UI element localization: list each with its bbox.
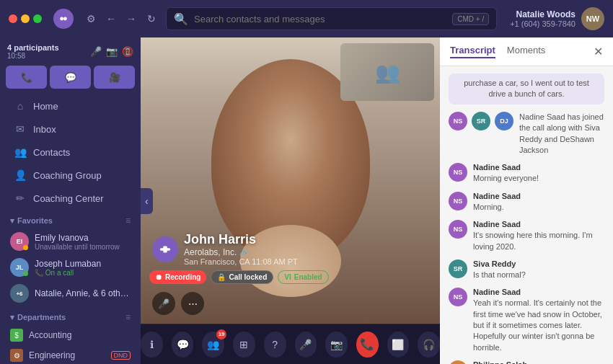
top-bar: ⚙ ← → ↻ 🔍 CMD + / Natalie Woods +1 (604)…	[0, 0, 613, 37]
msg-3-text: Morning.	[473, 202, 604, 213]
forward-icon[interactable]: →	[124, 13, 138, 25]
favorite-emily[interactable]: EI Emily Ivanova Unavailable until tomor…	[0, 228, 141, 254]
caller-location: San Francisco, CA 11:08 AM PT	[184, 257, 298, 266]
refresh-icon[interactable]: ↻	[144, 13, 159, 25]
enabled-badge: VI Enabled	[278, 270, 328, 284]
video-toggle-button[interactable]: 📷	[325, 332, 348, 358]
settings-icon[interactable]: ⚙	[84, 13, 98, 25]
favorites-action-icon[interactable]: ≡	[125, 216, 131, 226]
ns-avatar-5: NS	[449, 288, 467, 306]
msg-4-text: It's snowing here this morning. I'm lovi…	[473, 230, 604, 252]
locked-badge: 🔒 Call locked	[211, 270, 273, 284]
camera-icon[interactable]: 📷	[106, 46, 118, 57]
tab-moments[interactable]: Moments	[507, 45, 545, 58]
inbox-icon: ✉	[14, 123, 26, 135]
app-logo	[53, 9, 74, 29]
transcript-header: Transcript Moments ✕	[440, 37, 613, 66]
group-avatar: +6	[10, 284, 29, 303]
screen-share-button[interactable]: ⬜	[387, 332, 410, 358]
thumbnail-inner: 👥	[340, 43, 434, 101]
svg-rect-4	[163, 246, 167, 252]
favorites-section-header[interactable]: ▾ Favorites ≡	[0, 210, 141, 228]
dept-engineering[interactable]: ⚙ Engineering DND	[0, 345, 141, 364]
transcript-close-button[interactable]: ✕	[594, 45, 603, 58]
transcript-messages: purchase a car, so I went out to test dr…	[440, 66, 613, 364]
msg-4: NS Nadine Saad It's snowing here this mo…	[449, 220, 604, 252]
info-button[interactable]: ℹ	[141, 332, 163, 358]
ps-avatar: PS	[449, 360, 467, 364]
chevron-down-icon: ▾	[10, 216, 14, 226]
joseph-status: 📞 On a call	[35, 269, 131, 277]
msg-6-sender: Nadine Saad	[473, 288, 604, 296]
call-control-icons: 🎤 📷 📵	[90, 46, 133, 57]
msg-7-sender: Philippe Salah	[473, 360, 604, 364]
joseph-status-dot	[23, 271, 28, 276]
video-button[interactable]: 🎥	[94, 66, 135, 89]
search-icon: 🔍	[174, 12, 188, 26]
chat-action-button[interactable]: 💬	[172, 332, 194, 358]
lock-icon: 🔒	[217, 273, 226, 281]
minimize-button[interactable]	[21, 14, 30, 23]
cmd-shortcut: CMD + /	[452, 13, 489, 25]
caller-overlay: John Harris Aerolabs, Inc. 🔗 San Francis…	[152, 226, 298, 266]
msg-7: PS Philippe Salah I wouldn't mind having…	[449, 360, 604, 364]
coaching-center-icon: ✏	[14, 192, 26, 204]
enabled-icon: VI	[284, 273, 291, 281]
ns-avatar-3: NS	[449, 192, 467, 210]
close-button[interactable]	[9, 14, 17, 23]
sidebar-item-contacts[interactable]: 👥 Contacts	[4, 141, 136, 163]
toolbar-icons: ⚙ ← → ↻	[84, 13, 159, 25]
mic-ctrl-button[interactable]: 🎤	[152, 292, 175, 315]
departments-action-icon[interactable]: ≡	[125, 312, 131, 322]
sidebar-item-home[interactable]: ⌂ Home	[4, 95, 136, 117]
msg-2-content: Nadine Saad Morning everyone!	[473, 163, 604, 184]
dept-accounting[interactable]: $ Accounting	[0, 325, 141, 345]
collapse-sidebar-button[interactable]: ‹	[141, 188, 153, 214]
hangup-button[interactable]: 📞	[356, 332, 379, 358]
contacts-icon: 👥	[14, 146, 26, 158]
phone-button[interactable]: 📞	[6, 66, 47, 89]
user-info: Natalie Woods +1 (604) 359-7840 NW	[510, 7, 604, 30]
system-msg-2-item: NS SR DJ Nadine Saad has joined the call…	[449, 112, 604, 156]
chevron-down-icon2: ▾	[10, 313, 14, 322]
call-info-bar: 4 participants 10:58 🎤 📷 📵	[0, 37, 141, 63]
msg-4-sender: Nadine Saad	[473, 220, 604, 228]
chat-button[interactable]: 💬	[50, 66, 91, 89]
mic-icon[interactable]: 🎤	[90, 46, 102, 57]
ns-avatar-1: NS	[449, 112, 467, 130]
maximize-button[interactable]	[33, 14, 42, 23]
help-button[interactable]: ?	[264, 332, 286, 358]
participants-button[interactable]: 👥 19	[202, 332, 224, 358]
msg-6-content: Nadine Saad Yeah it's normal. It's certa…	[473, 288, 604, 353]
engineering-name: Engineering	[29, 350, 105, 360]
sidebar: 4 participants 10:58 🎤 📷 📵 📞 💬 🎥 ⌂ Home …	[0, 37, 141, 364]
search-input[interactable]	[194, 14, 446, 25]
accounting-name: Accounting	[29, 330, 131, 340]
transcript-tabs: Transcript Moments	[450, 45, 545, 58]
tab-transcript[interactable]: Transcript	[450, 45, 495, 58]
favorite-group[interactable]: +6 Natalie, Annie, & 6 others	[0, 280, 141, 306]
call-time: 10:58	[7, 52, 59, 60]
coaching-group-label: Coaching Group	[33, 170, 102, 181]
back-icon[interactable]: ←	[104, 13, 118, 25]
mute-button[interactable]: 🎤	[295, 332, 317, 358]
grid-button[interactable]: ⊞	[233, 332, 255, 358]
search-bar[interactable]: 🔍 CMD + /	[166, 7, 497, 30]
sidebar-item-inbox[interactable]: ✉ Inbox	[4, 118, 136, 140]
sidebar-item-coaching-group[interactable]: 👤 Coaching Group	[4, 164, 136, 186]
call-status-badges: ⏺ Recording 🔒 Call locked VI Enabled	[149, 270, 329, 284]
user-phone: +1 (604) 359-7840	[510, 19, 575, 28]
emily-info: Emily Ivanova Unavailable until tomorrow	[35, 233, 131, 251]
more-ctrl-button[interactable]: ⋯	[181, 292, 204, 315]
accounting-icon: $	[10, 329, 23, 342]
user-name: Natalie Woods	[510, 9, 575, 19]
caller-app-badge	[152, 236, 178, 262]
end-call-icon[interactable]: 📵	[122, 46, 133, 57]
sidebar-item-coaching-center[interactable]: ✏ Coaching Center	[4, 187, 136, 209]
user-avatar[interactable]: NW	[581, 7, 604, 30]
favorite-joseph[interactable]: JL Joseph Lumaban 📞 On a call	[0, 254, 141, 280]
departments-section-header[interactable]: ▾ Departments ≡	[0, 306, 141, 325]
dj-avatar-1: DJ	[495, 112, 513, 130]
headset-button[interactable]: 🎧	[418, 332, 440, 358]
recording-badge: ⏺ Recording	[149, 270, 206, 284]
